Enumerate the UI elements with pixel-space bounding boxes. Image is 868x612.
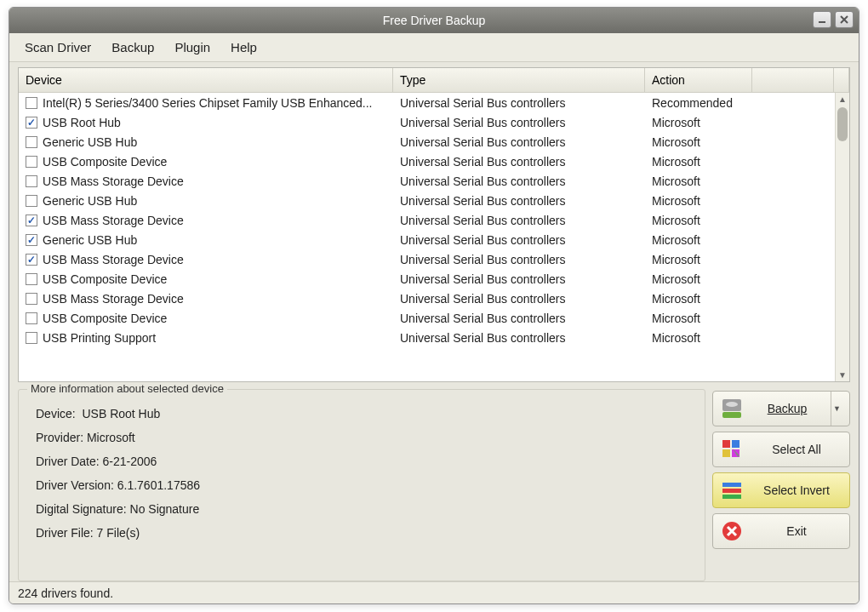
row-device: Generic USB Hub [43,135,137,149]
row-device: Intel(R) 5 Series/3400 Series Chipset Fa… [43,96,373,110]
driver-list: Device Type Action Intel(R) 5 Series/340… [18,67,850,382]
status-text: 224 drivers found. [18,586,113,600]
table-row[interactable]: USB Printing SupportUniversal Serial Bus… [19,328,835,347]
side-buttons: Backup ▼ Select All [712,389,850,581]
row-device: USB Root Hub [43,116,121,129]
row-checkbox[interactable] [26,97,37,109]
row-type: Universal Serial Bus controllers [393,174,645,188]
row-checkbox[interactable] [26,254,37,266]
row-type: Universal Serial Bus controllers [393,194,645,208]
scroll-up-icon[interactable]: ▲ [837,93,849,106]
row-checkbox[interactable] [26,175,37,187]
titlebar: Free Driver Backup [9,8,859,33]
svg-rect-2 [722,412,741,418]
menu-help[interactable]: Help [222,37,266,58]
row-checkbox[interactable] [26,117,37,129]
row-type: Universal Serial Bus controllers [393,214,645,227]
row-device: Generic USB Hub [43,194,137,208]
backup-button[interactable]: Backup ▼ [712,391,850,426]
window-title: Free Driver Backup [383,14,486,27]
minimize-button[interactable] [813,11,831,28]
col-device[interactable]: Device [19,68,393,92]
row-device: USB Composite Device [43,272,167,286]
statusbar: 224 drivers found. [9,581,859,603]
menubar: Scan Driver Backup Plugin Help [9,33,859,62]
row-type: Universal Serial Bus controllers [393,272,645,286]
info-panel: More information about selected device D… [18,389,705,581]
backup-dropdown[interactable]: ▼ [831,392,842,426]
row-action: Microsoft [645,155,752,169]
svg-rect-9 [722,495,741,499]
vertical-scrollbar[interactable]: ▲ ▼ [835,93,849,381]
table-row[interactable]: USB Mass Storage DeviceUniversal Serial … [19,171,835,191]
menu-scan-driver[interactable]: Scan Driver [16,37,100,58]
row-type: Universal Serial Bus controllers [393,155,645,169]
row-type: Universal Serial Bus controllers [393,233,645,247]
table-row[interactable]: USB Composite DeviceUniversal Serial Bus… [19,152,835,171]
row-checkbox[interactable] [26,156,37,168]
row-device: USB Printing Support [43,331,156,345]
row-action: Microsoft [645,233,752,247]
table-row[interactable]: Generic USB HubUniversal Serial Bus cont… [19,191,835,210]
row-device: USB Composite Device [43,312,167,325]
row-checkbox[interactable] [26,214,37,226]
row-checkbox[interactable] [26,312,37,324]
select-invert-button[interactable]: Select Invert [712,472,850,508]
table-row[interactable]: USB Root HubUniversal Serial Bus control… [19,112,835,132]
disk-icon [720,397,744,420]
menu-backup[interactable]: Backup [103,37,163,58]
info-date: Driver Date: 6-21-2006 [36,455,694,468]
table-row[interactable]: USB Composite DeviceUniversal Serial Bus… [19,308,835,328]
exit-button[interactable]: Exit [712,513,850,549]
info-legend: More information about selected device [27,382,227,395]
row-action: Microsoft [645,194,752,208]
row-action: Microsoft [645,272,752,286]
exit-label: Exit [751,524,842,538]
row-action: Microsoft [645,253,752,266]
col-action[interactable]: Action [645,68,752,92]
close-button[interactable] [835,11,854,28]
col-extra[interactable] [752,68,834,92]
row-checkbox[interactable] [26,136,37,148]
close-icon [839,14,849,25]
row-device: USB Mass Storage Device [43,253,184,266]
col-type[interactable]: Type [393,68,645,92]
row-checkbox[interactable] [26,273,37,285]
menu-plugin[interactable]: Plugin [166,37,219,58]
list-body: Intel(R) 5 Series/3400 Series Chipset Fa… [19,93,849,381]
row-action: Microsoft [645,116,752,129]
row-type: Universal Serial Bus controllers [393,253,645,266]
minimize-icon [817,14,827,25]
row-checkbox[interactable] [26,234,37,246]
table-row[interactable]: Intel(R) 5 Series/3400 Series Chipset Fa… [19,93,835,112]
select-invert-icon [720,478,744,502]
row-type: Universal Serial Bus controllers [393,116,645,129]
info-provider: Provider: Microsoft [36,431,694,444]
row-checkbox[interactable] [26,195,37,207]
list-header: Device Type Action [19,68,849,93]
table-row[interactable]: USB Mass Storage DeviceUniversal Serial … [19,289,835,308]
table-row[interactable]: Generic USB HubUniversal Serial Bus cont… [19,132,835,152]
svg-rect-0 [819,21,825,23]
select-all-label: Select All [751,443,842,456]
scroll-thumb[interactable] [837,107,848,141]
row-action: Microsoft [645,135,752,149]
select-all-button[interactable]: Select All [712,432,850,467]
svg-rect-4 [732,440,740,448]
bottom-area: More information about selected device D… [18,389,850,581]
row-checkbox[interactable] [26,293,37,305]
select-all-icon [720,438,744,461]
svg-rect-8 [722,489,741,493]
table-row[interactable]: USB Mass Storage DeviceUniversal Serial … [19,249,835,269]
table-row[interactable]: USB Composite DeviceUniversal Serial Bus… [19,269,835,289]
info-file: Driver File: 7 File(s) [36,526,694,540]
row-device: USB Mass Storage Device [43,214,184,227]
row-type: Universal Serial Bus controllers [393,331,645,345]
row-checkbox[interactable] [26,332,37,344]
row-type: Universal Serial Bus controllers [393,292,645,306]
table-row[interactable]: Generic USB HubUniversal Serial Bus cont… [19,230,835,249]
row-device: USB Mass Storage Device [43,174,184,188]
backup-label: Backup [768,402,808,415]
table-row[interactable]: USB Mass Storage DeviceUniversal Serial … [19,210,835,230]
scroll-down-icon[interactable]: ▼ [837,369,849,381]
